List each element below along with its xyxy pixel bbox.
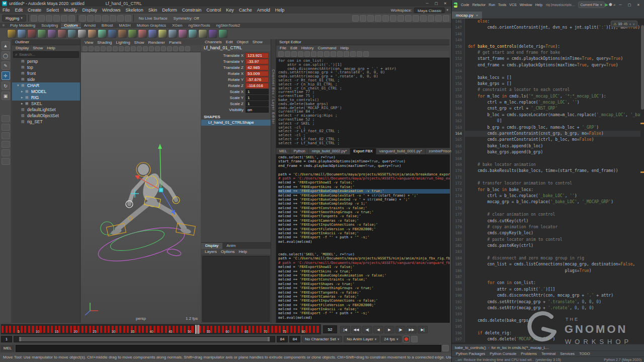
script-code-line[interactable]: melcmd += 'FBXExportSmoothingGroups -v t… — [278, 210, 450, 214]
viewport-toolbar-icon[interactable] — [101, 46, 106, 51]
script-editor-menu-edit[interactable]: Edit — [288, 46, 299, 50]
script-code-line[interactable]: melcmd += 'FBXExportInAscii -v false;' — [278, 307, 450, 311]
paint-select-tool[interactable]: ✎ — [2, 61, 10, 70]
shape-node-name[interactable]: Lf_hand_01_CTRLShape — [201, 120, 271, 126]
step-forward-frame-button[interactable]: |▶ — [395, 326, 406, 333]
play-backwards-button[interactable]: ◀ — [373, 326, 383, 333]
script-code-line[interactable]: melcmd += 'FBXExportSkins -v false;' — [278, 185, 450, 189]
layer-menu-layers[interactable]: Layers — [203, 249, 219, 254]
editor-code-line[interactable]: 172 # transfer locator animation to cont… — [452, 180, 644, 187]
script-code-line[interactable]: end_frame = cmds.playbackOptions(maxTime… — [278, 164, 450, 168]
editor-code-line[interactable]: 153 end_frame = cmds.playbackOptions(max… — [452, 62, 644, 68]
play-forwards-button[interactable]: ▶ — [384, 326, 394, 333]
viewport-toolbar-icon[interactable] — [143, 46, 148, 51]
toolbar-icon[interactable] — [87, 15, 94, 22]
viewport-panel[interactable]: ViewShadingLightingShowRendererPanels — [81, 39, 201, 323]
editor-code-line[interactable]: 159 ctrl = m_loc.replace('_mocap_LOC', '… — [452, 100, 644, 106]
script-editor-toolbar-icon[interactable] — [337, 51, 343, 57]
channel-value[interactable]: 53.009 — [246, 71, 269, 76]
select-tool[interactable]: ▲ — [2, 41, 10, 50]
channel-node-name[interactable]: Lf_hand_01_CTRL — [201, 45, 271, 51]
workspace-selector[interactable]: Workspace: Maya Classic ▾ — [391, 8, 451, 13]
toolbar-icon[interactable] — [413, 15, 419, 22]
toolwindow-python-packages[interactable]: Python Packages — [456, 351, 485, 356]
editor-code-line[interactable]: 185 con_list = cmds.listConnections(moca… — [452, 261, 644, 267]
script-code-line[interactable]: mel.eval(melcmd) — [278, 240, 450, 244]
maya-menu-display[interactable]: Display — [80, 8, 100, 13]
script-editor-toolbar-icon[interactable] — [350, 51, 356, 57]
shelf-icon-7[interactable] — [67, 29, 76, 38]
close-icon[interactable]: ✕ — [441, 1, 449, 6]
editor-code-line[interactable]: 175 mocap_grp = b_loc.replace('_bake_LOC… — [452, 199, 644, 205]
tab-display[interactable]: Display — [201, 243, 222, 249]
script-editor-menu-command[interactable]: Command — [316, 46, 339, 50]
auto-key-button[interactable] — [403, 336, 410, 342]
outliner-item-char[interactable]: ▾▦CHAR — [12, 82, 80, 88]
debug-button[interactable]: ⚈ — [608, 3, 612, 7]
shelf-icon-16[interactable] — [158, 29, 167, 38]
script-editor-toolbar-icon[interactable] — [304, 51, 310, 57]
toolbar-icon[interactable] — [68, 15, 75, 22]
toolbar-icon[interactable] — [428, 15, 434, 22]
toolbar-icon[interactable] — [397, 15, 404, 22]
editor-code-line[interactable]: 184 # disconnect and zero mocap group in… — [452, 255, 644, 261]
maya-menu-create[interactable]: Create — [25, 8, 44, 13]
script-code-line[interactable]: # path = 'C:/Users/nmill/Documents/maya/… — [278, 176, 450, 180]
outliner-item-top[interactable]: ▤top — [12, 64, 80, 70]
viewport-menu-panels[interactable]: Panels — [167, 40, 183, 45]
editor-code-line[interactable]: 163 b_grp = cmds.group(b_loc, name=b_loc… — [452, 125, 644, 131]
editor-code-line[interactable]: 174 ctrl = b_loc.replace('_bake_LOC', ''… — [452, 193, 644, 199]
maya-menu-select[interactable]: Select — [44, 8, 61, 13]
pycharm-menu-tools[interactable]: Tools — [497, 3, 508, 7]
collapse-arrow-icon[interactable]: ▾ — [17, 83, 21, 87]
editor-code-line[interactable]: 182 cmds.pasteKey(ctrl) — [452, 243, 644, 249]
symmetry-dropdown[interactable]: Symmetry: Off — [174, 16, 199, 21]
script-tab-export-fbx[interactable]: Export FBX — [350, 148, 376, 154]
script-tab-ninja-build-0002-py[interactable]: ninja_build_0002.py* — [309, 148, 351, 154]
viewport-toolbar-icon[interactable] — [185, 46, 190, 51]
prev-problem-icon[interactable]: ∨ — [633, 22, 635, 26]
outliner-item-skel[interactable]: ▸▦SKEL — [12, 101, 80, 107]
script-code-line[interactable] — [278, 244, 450, 248]
script-code-line[interactable]: melcmd += 'FBXExportCameras -v false;' — [278, 219, 450, 223]
layer-menu-options[interactable]: Options — [219, 249, 237, 254]
layout-preset-button[interactable] — [2, 158, 10, 165]
shelf-icon-15[interactable] — [148, 29, 157, 38]
editor-code-line[interactable]: 183 — [452, 249, 644, 255]
script-code-line[interactable]: melcmd += 'FBXExportBakeComplexStart -v … — [278, 194, 450, 198]
viewport-toolbar-icon[interactable] — [89, 46, 94, 51]
outliner-item-defaultlightset[interactable]: ▧defaultLightSet — [12, 107, 80, 113]
editor-code-line[interactable]: 190 cmds.disconnectAttr(con, mocap_grp +… — [452, 293, 644, 299]
maximize-icon[interactable]: ▢ — [432, 1, 440, 6]
maya-menu-control[interactable]: Control — [204, 8, 223, 13]
script-code-line[interactable]: # path = 'C:/Users/nmill/Documents/maya/… — [278, 261, 450, 265]
script-code-line[interactable]: path = 'C:/Users/nmill/Documents/maya/pr… — [278, 256, 450, 260]
script-code-line[interactable]: melcmd += 'FBXExportConstraints -v false… — [278, 206, 450, 210]
script-editor-toolbar-icon[interactable] — [278, 51, 284, 57]
script-editor-toolbar-icon[interactable] — [344, 51, 349, 57]
current-time-field[interactable]: 52 — [323, 325, 337, 333]
editor-code-line[interactable]: 162 0] — [452, 118, 644, 124]
editor-code-line[interactable]: 154 — [452, 68, 644, 74]
toolbar-icon[interactable] — [352, 15, 359, 22]
viewport-toolbar-icon[interactable] — [149, 46, 154, 51]
script-editor-toolbar-icon[interactable] — [285, 51, 290, 57]
script-editor-menu-history[interactable]: History — [299, 46, 316, 50]
scale-tool[interactable]: ▣ — [2, 92, 10, 100]
viewport-toolbar-icon[interactable] — [119, 46, 124, 51]
viewport-menu-show[interactable]: Show — [132, 40, 146, 45]
script-editor-toggle-icon[interactable] — [442, 345, 449, 351]
editor-code-line[interactable]: 179 # copy animation from locator — [452, 224, 644, 230]
shelf-tab-sculpting[interactable]: Sculpting — [38, 23, 61, 28]
shelf-icon-8[interactable] — [77, 29, 87, 38]
go-to-start-button[interactable]: |◀ — [340, 326, 350, 333]
outliner-item-defaultobjectset[interactable]: ▧defaultObjectSet — [12, 113, 80, 119]
editor-code-line[interactable]: 161 b_loc = cmds.spaceLocator(name=m_loc… — [452, 112, 644, 118]
shelf-tab-poly-modeling[interactable]: Poly Modeling — [7, 23, 38, 28]
shelf-icon-19[interactable] — [188, 29, 197, 38]
range-slider-handle[interactable] — [19, 337, 269, 341]
script-code-line[interactable]: cmds.select('SKEL', r=True) — [278, 155, 450, 159]
layout-preset-button[interactable] — [2, 141, 10, 148]
viewport-toolbar-icon[interactable] — [131, 46, 136, 51]
editor-code-line[interactable]: 171 — [452, 174, 644, 180]
